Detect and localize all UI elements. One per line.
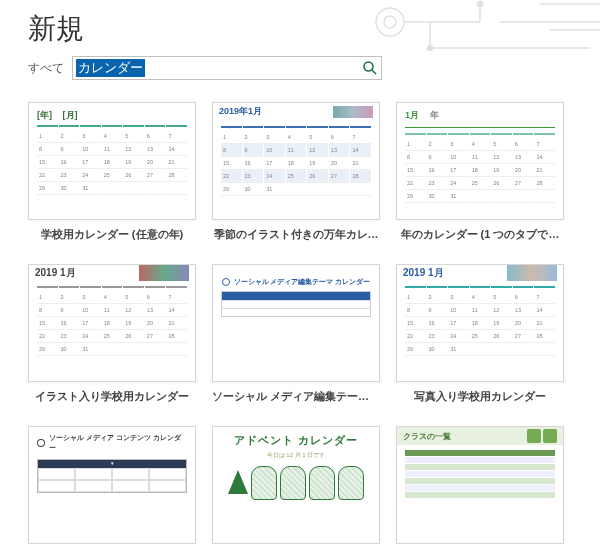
- advent-door: [338, 466, 364, 500]
- template-thumb[interactable]: 2019 1月 12345678910111213141516171819202…: [396, 264, 564, 382]
- advent-subtitle: 今日は 12 月 1 日です: [267, 451, 326, 460]
- illustration-strip: [139, 265, 189, 281]
- template-caption: 学校用カレンダー (任意の年): [28, 227, 196, 242]
- avatar: [527, 429, 541, 443]
- template-card[interactable]: [年] [月] 12345678910111213141516171819202…: [28, 102, 196, 242]
- template-caption: ソーシャル メディア編集テーマ…: [212, 389, 380, 404]
- template-caption: 季節のイラスト付きの万年カレ…: [212, 227, 380, 242]
- template-card[interactable]: アドベント カレンダー 今日は 12 月 1 日です: [212, 426, 380, 544]
- template-thumb[interactable]: 1月 年 12345678910111213141516171819202122…: [396, 102, 564, 220]
- globe-icon: [37, 439, 45, 447]
- search-icon[interactable]: [362, 60, 378, 76]
- template-thumb[interactable]: 2019 1月 12345678910111213141516171819202…: [28, 264, 196, 382]
- template-card[interactable]: 2019年1月 12345678910111213141516171819202…: [212, 102, 380, 242]
- photo-strip: [507, 265, 557, 281]
- template-thumb[interactable]: アドベント カレンダー 今日は 12 月 1 日です: [212, 426, 380, 544]
- template-card[interactable]: 2019 1月 12345678910111213141516171819202…: [28, 264, 196, 404]
- template-card[interactable]: ソーシャル メディア コンテンツ カレンダー ▾: [28, 426, 196, 544]
- template-thumb[interactable]: ソーシャル メディア コンテンツ カレンダー ▾: [28, 426, 196, 544]
- svg-point-4: [364, 62, 373, 71]
- svg-line-5: [372, 70, 376, 74]
- template-caption: 写真入り学校用カレンダー: [396, 389, 564, 404]
- search-input[interactable]: [72, 56, 382, 80]
- template-caption: 年のカレンダー (1 つのタブで…: [396, 227, 564, 242]
- template-card[interactable]: 2019 1月 12345678910111213141516171819202…: [396, 264, 564, 404]
- avatar: [543, 429, 557, 443]
- template-thumb[interactable]: ソーシャル メディア編集テーマ カレンダー: [212, 264, 380, 382]
- page-title: 新規: [28, 10, 572, 48]
- tree-icon: [228, 470, 248, 494]
- template-search[interactable]: カレンダー: [72, 56, 382, 80]
- season-illustration: [333, 106, 373, 118]
- advent-title: アドベント カレンダー: [234, 433, 358, 448]
- template-card[interactable]: 1月 年 12345678910111213141516171819202122…: [396, 102, 564, 242]
- advent-door: [309, 466, 335, 500]
- template-grid: [年] [月] 12345678910111213141516171819202…: [0, 88, 600, 544]
- search-scope-label: すべて: [28, 60, 64, 77]
- globe-icon: [222, 278, 230, 286]
- advent-door: [280, 466, 306, 500]
- advent-door: [251, 466, 277, 500]
- template-caption: イラスト入り学校用カレンダー: [28, 389, 196, 404]
- template-card[interactable]: クラスの一覧: [396, 426, 564, 544]
- template-thumb[interactable]: [年] [月] 12345678910111213141516171819202…: [28, 102, 196, 220]
- template-thumb[interactable]: 2019年1月 12345678910111213141516171819202…: [212, 102, 380, 220]
- template-card[interactable]: ソーシャル メディア編集テーマ カレンダー ソーシャル メディア編集テーマ…: [212, 264, 380, 404]
- template-thumb[interactable]: クラスの一覧: [396, 426, 564, 544]
